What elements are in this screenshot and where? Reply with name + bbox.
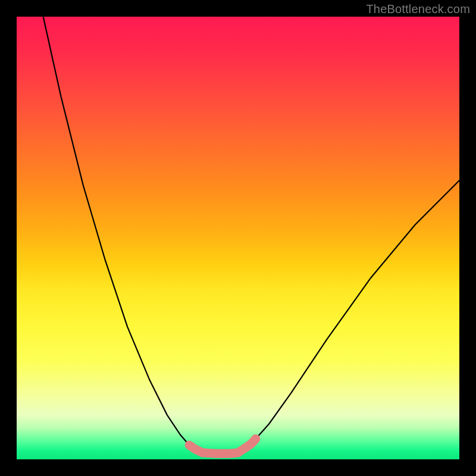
watermark-text: TheBottleneck.com — [366, 2, 470, 16]
chart-frame: TheBottleneck.com — [0, 0, 476, 476]
curve-left — [43, 17, 203, 453]
curve-right — [238, 180, 459, 453]
highlight-right — [238, 439, 256, 453]
curve-layer — [17, 17, 459, 459]
plot-area — [17, 17, 459, 459]
highlight-bottom — [202, 453, 238, 453]
